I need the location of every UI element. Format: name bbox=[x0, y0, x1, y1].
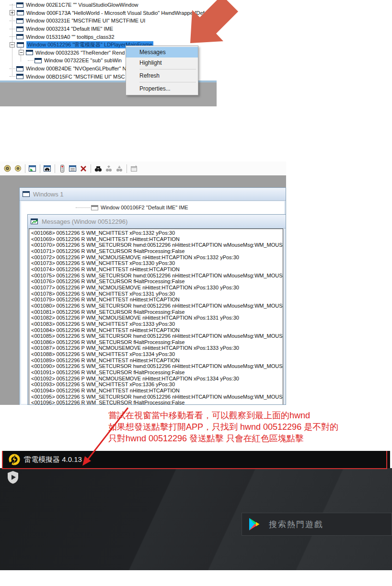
message-log-row[interactable]: <001095> 00512296 S WM_SETCURSOR hwnd:00… bbox=[31, 394, 283, 400]
message-log-row[interactable]: <001089> 00512296 R WM_NCHITTEST nHittes… bbox=[31, 357, 283, 364]
context-menu: MessagesHighlightRefreshProperties... bbox=[126, 46, 198, 95]
message-log-list[interactable]: <001068> 00512296 S WM_NCHITTEST xPos:13… bbox=[29, 229, 283, 404]
message-log-row[interactable]: <001093> 00512296 S WM_NCHITTEST xPos:13… bbox=[31, 381, 283, 388]
message-log-row[interactable]: <001078> 00512296 S WM_NCHITTEST xPos:13… bbox=[31, 291, 283, 297]
message-log-row[interactable]: <001083> 00512296 S WM_NCHITTEST xPos:13… bbox=[31, 321, 283, 327]
message-log-row[interactable]: <001072> 00512296 P WM_NCMOUSEMOVE nHitt… bbox=[31, 254, 283, 261]
spy-gear2-icon[interactable] bbox=[12, 163, 23, 174]
find-window-icon[interactable] bbox=[42, 163, 53, 174]
message-log-row[interactable]: <001068> 00512296 S WM_NCHITTEST xPos:13… bbox=[31, 230, 283, 236]
messages-window-icon bbox=[31, 218, 38, 225]
message-options-icon[interactable] bbox=[68, 163, 78, 174]
message-log-row[interactable]: <001096> 00512296 R WM_SETCURSOR fHaltPr… bbox=[31, 400, 283, 404]
window-glyph-icon bbox=[23, 191, 30, 197]
spy-toolbar bbox=[0, 161, 286, 175]
menu-item-highlight[interactable]: Highlight bbox=[126, 57, 198, 68]
screenshot-canvas: Window 002E1C7E "" VisualStudioGlowWindo… bbox=[0, 0, 392, 586]
messages-title: Messages (Window 00512296) bbox=[42, 218, 127, 225]
message-log-row[interactable]: <001075> 00512296 S WM_SETCURSOR hwnd:00… bbox=[31, 273, 283, 279]
annotation-line: 嘗試在視窗當中移動看看，可以觀察到最上面的hwnd bbox=[108, 410, 338, 421]
clear-log-icon[interactable] bbox=[78, 163, 89, 174]
menu-separator bbox=[139, 69, 196, 69]
tree-connector bbox=[10, 76, 15, 77]
message-log-row[interactable]: <001079> 00512296 R WM_NCHITTEST nHittes… bbox=[31, 297, 283, 303]
toolbar-separator bbox=[127, 164, 127, 173]
message-log-row[interactable]: <001094> 00512296 R WM_NCHITTEST nHittes… bbox=[31, 388, 283, 394]
find-previous-icon[interactable] bbox=[104, 163, 114, 174]
message-log-row[interactable]: <001085> 00512296 S WM_SETCURSOR hwnd:00… bbox=[31, 333, 283, 339]
message-log-row[interactable]: <001070> 00512296 S WM_SETCURSOR hwnd:00… bbox=[31, 242, 283, 248]
toolbar-separator bbox=[55, 164, 55, 173]
tree-row[interactable]: Window 00BD15FC "MSCTFIME UI" MSC bbox=[0, 72, 249, 80]
spy-messages-panel: Windows 1 Window 000106F2 "Default IME" … bbox=[0, 161, 286, 405]
message-log-row[interactable]: <001088> 00512296 S WM_NCHITTEST xPos:13… bbox=[31, 351, 283, 357]
window-tree-icon[interactable] bbox=[27, 163, 38, 174]
window-glyph-icon bbox=[91, 205, 98, 210]
message-log-row[interactable]: <001076> 00512296 R WM_SETCURSOR fHaltPr… bbox=[31, 278, 283, 285]
menu-item-properties[interactable]: Properties... bbox=[126, 83, 198, 94]
annotation-text: 嘗試在視窗當中移動看看，可以觀察到最上面的hwnd 如果想發送點擊打開APP，只… bbox=[108, 410, 338, 444]
windows1-title: Windows 1 bbox=[33, 191, 64, 198]
message-log-row[interactable]: <001080> 00512296 S WM_SETCURSOR hwnd:00… bbox=[31, 303, 283, 309]
message-log-row[interactable]: <001082> 00512296 P WM_NCMOUSEMOVE nHitt… bbox=[31, 315, 283, 321]
messages-mdi-window: Messages (Window 00512296) <001068> 0051… bbox=[27, 214, 286, 405]
shield-play-icon[interactable] bbox=[7, 471, 19, 484]
tree-item-label: Window 000106F2 "Default IME" IME bbox=[101, 205, 188, 210]
annotation-line: 如果想發送點擊打開APP，只找到 hwnd 00512296 是不對的 bbox=[108, 421, 338, 433]
orange-callout-arrow-icon bbox=[0, 0, 249, 62]
tree-row-label: Window 000B24DE "NVOpenGLPbuffer" N bbox=[26, 66, 126, 71]
search-placeholder: 搜索熱門遊戲 bbox=[269, 519, 323, 530]
toolbar-separator bbox=[25, 164, 25, 173]
spy-window-tree-panel: Window 002E1C7E "" VisualStudioGlowWindo… bbox=[0, 0, 249, 106]
message-log-row[interactable]: <001091> 00512296 R WM_SETCURSOR fHaltPr… bbox=[31, 369, 283, 376]
tree-item-default-ime[interactable]: Window 000106F2 "Default IME" IME bbox=[76, 205, 188, 210]
ldplayer-logo-icon bbox=[9, 454, 20, 465]
properties-icon[interactable] bbox=[129, 163, 139, 174]
window-glyph-icon bbox=[16, 74, 23, 79]
toolbar-separator bbox=[91, 164, 91, 173]
message-log-row[interactable]: <001074> 00512296 R WM_NCHITTEST nHittes… bbox=[31, 266, 283, 273]
window-glyph-icon bbox=[16, 66, 23, 71]
ldplayer-screen: 搜索熱門遊戲 bbox=[0, 468, 392, 570]
tree-connector bbox=[10, 69, 15, 69]
messages-titlebar[interactable]: Messages (Window 00512296) bbox=[28, 215, 286, 229]
message-log-row[interactable]: <001077> 00512296 P WM_NCMOUSEMOVE nHitt… bbox=[31, 285, 283, 291]
windows1-titlebar[interactable]: Windows 1 bbox=[20, 188, 286, 201]
message-log-row[interactable]: <001092> 00512296 P WM_NCMOUSEMOVE nHitt… bbox=[31, 376, 283, 382]
find-icon[interactable] bbox=[93, 163, 104, 174]
message-log-row[interactable]: <001084> 00512296 R WM_NCHITTEST nHittes… bbox=[31, 327, 283, 333]
menu-item-messages[interactable]: Messages bbox=[126, 47, 198, 57]
annotation-line: 只對hwnd 00512296 發送點擊 只會在紅色區塊點擊 bbox=[108, 433, 338, 444]
google-play-icon bbox=[249, 517, 261, 531]
message-log-row[interactable]: <001081> 00512296 R WM_SETCURSOR fHaltPr… bbox=[31, 309, 283, 315]
ldplayer-window: 雷電模擬器 4.0.13 搜索熱門遊戲 bbox=[0, 451, 392, 570]
message-log-row[interactable]: <001087> 00512296 P WM_NCMOUSEMOVE nHitt… bbox=[31, 345, 283, 351]
search-bar[interactable]: 搜索熱門遊戲 bbox=[242, 513, 392, 536]
tree-connector bbox=[76, 207, 90, 208]
logging-traffic-light-icon[interactable] bbox=[57, 163, 68, 174]
ldplayer-title: 雷電模擬器 4.0.13 bbox=[24, 455, 82, 464]
find-next-icon[interactable] bbox=[114, 163, 125, 174]
message-log-row[interactable]: <001071> 00512296 R WM_SETCURSOR fHaltPr… bbox=[31, 248, 283, 254]
tree-row-label: Window 00BD15FC "MSCTFIME UI" MSC bbox=[26, 74, 125, 80]
spy-gear-icon[interactable] bbox=[2, 163, 12, 174]
message-log-row[interactable]: <001086> 00512296 R WM_SETCURSOR fHaltPr… bbox=[31, 339, 283, 345]
menu-item-refresh[interactable]: Refresh bbox=[126, 70, 198, 81]
toolbar-separator bbox=[40, 164, 40, 173]
tree-row[interactable]: Window 000B24DE "NVOpenGLPbuffer" N bbox=[0, 65, 249, 73]
message-log-row[interactable]: <001069> 00512296 R WM_NCHITTEST nHittes… bbox=[31, 236, 283, 242]
message-log-row[interactable]: <001090> 00512296 S WM_SETCURSOR hwnd:00… bbox=[31, 363, 283, 369]
menu-separator bbox=[139, 82, 196, 82]
message-log-row[interactable]: <001073> 00512296 S WM_NCHITTEST xPos:13… bbox=[31, 260, 283, 266]
